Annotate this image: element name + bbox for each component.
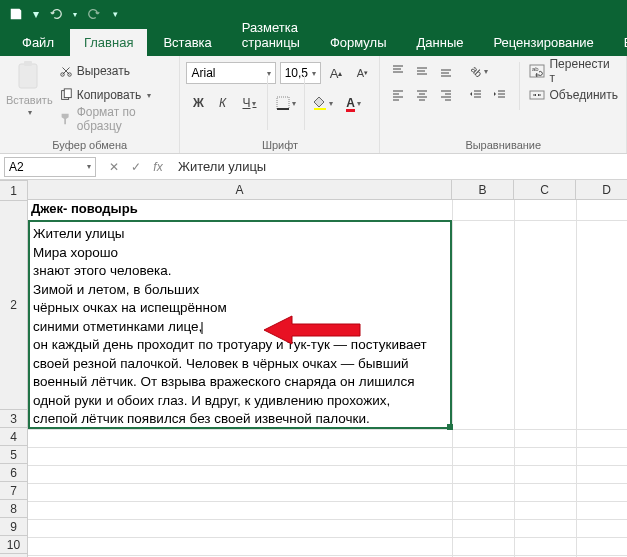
row-header-7[interactable]: 7 xyxy=(0,482,28,500)
save-icon[interactable] xyxy=(4,2,28,26)
cancel-formula-icon[interactable]: ✕ xyxy=(104,160,124,174)
ribbon-tabs: Файл Главная Вставка Разметка страницы Ф… xyxy=(0,28,627,56)
format-painter-button[interactable]: Формат по образцу xyxy=(57,108,174,130)
qat-customize-icon[interactable]: ▾ xyxy=(108,2,122,26)
row-header-4[interactable]: 4 xyxy=(0,428,28,446)
font-group-label: Шрифт xyxy=(186,137,373,151)
formula-bar-row: A2 ▾ ✕ ✓ fx Жители улицы xyxy=(0,154,627,180)
italic-button[interactable]: К xyxy=(210,92,234,114)
cut-label: Вырезать xyxy=(77,64,130,78)
decrease-font-button[interactable]: A▾ xyxy=(351,62,373,84)
tab-data[interactable]: Данные xyxy=(403,29,478,56)
decrease-indent-button[interactable] xyxy=(464,84,488,106)
svg-rect-5 xyxy=(64,89,71,98)
copy-label: Копировать xyxy=(77,88,142,102)
row-header-8[interactable]: 8 xyxy=(0,500,28,518)
spreadsheet: 1234567891011 ABCD Джек- поводырь Жители… xyxy=(0,180,627,557)
fx-icon[interactable]: fx xyxy=(148,160,168,174)
column-header-b[interactable]: B xyxy=(452,180,514,200)
svg-rect-38 xyxy=(530,91,544,99)
underline-button[interactable]: Ч▾ xyxy=(234,92,264,114)
grid-body[interactable]: Джек- поводырь Жители улицыМира хорошозн… xyxy=(28,200,627,557)
svg-rect-0 xyxy=(19,64,37,88)
increase-indent-button[interactable] xyxy=(488,84,512,106)
bold-button[interactable]: Ж xyxy=(186,92,210,114)
group-clipboard: Вставить ▾ Вырезать Копировать ▾ Формат … xyxy=(0,56,180,153)
chevron-down-icon: ▾ xyxy=(28,108,32,117)
alignment-group-label: Выравнивание xyxy=(386,137,620,151)
font-size-combo[interactable]: 10,5 ▾ xyxy=(280,62,321,84)
align-top-button[interactable] xyxy=(386,60,410,82)
tab-view[interactable]: В xyxy=(610,29,627,56)
align-bottom-button[interactable] xyxy=(434,60,458,82)
row-header-5[interactable]: 5 xyxy=(0,446,28,464)
column-header-d[interactable]: D xyxy=(576,180,627,200)
tab-review[interactable]: Рецензирование xyxy=(479,29,607,56)
tab-insert[interactable]: Вставка xyxy=(149,29,225,56)
chevron-down-icon: ▾ xyxy=(87,162,91,171)
paste-button[interactable]: Вставить ▾ xyxy=(6,60,53,117)
name-box-value: A2 xyxy=(9,160,24,174)
wrap-text-button[interactable]: ab Перенести т xyxy=(527,60,620,82)
svg-rect-6 xyxy=(277,97,289,109)
row-headers: 1234567891011 xyxy=(0,181,28,557)
clipboard-group-label: Буфер обмена xyxy=(6,137,173,151)
font-color-button[interactable]: А▾ xyxy=(338,92,368,114)
merge-button[interactable]: Объединить xyxy=(527,84,620,106)
cut-button[interactable]: Вырезать xyxy=(57,60,174,82)
wrap-text-label: Перенести т xyxy=(549,57,618,85)
column-header-a[interactable]: A xyxy=(28,180,452,200)
row-header-9[interactable]: 9 xyxy=(0,518,28,536)
increase-font-button[interactable]: A▴ xyxy=(325,62,347,84)
fill-color-button[interactable]: ▾ xyxy=(308,92,338,114)
row-header-10[interactable]: 10 xyxy=(0,536,28,554)
formula-bar[interactable]: Жители улицы xyxy=(172,159,627,174)
align-right-button[interactable] xyxy=(434,84,458,106)
align-middle-button[interactable] xyxy=(410,60,434,82)
column-header-c[interactable]: C xyxy=(514,180,576,200)
redo-icon[interactable] xyxy=(82,2,106,26)
row-header-3[interactable]: 3 xyxy=(0,410,28,428)
undo-dropdown-icon[interactable]: ▾ xyxy=(70,2,80,26)
tab-formulas[interactable]: Формулы xyxy=(316,29,401,56)
tab-page-layout[interactable]: Разметка страницы xyxy=(228,14,314,56)
orientation-button[interactable]: ab▾ xyxy=(464,60,494,82)
svg-rect-1 xyxy=(24,61,32,66)
name-box[interactable]: A2 ▾ xyxy=(4,157,96,177)
merge-label: Объединить xyxy=(549,88,618,102)
align-left-button[interactable] xyxy=(386,84,410,106)
tab-home[interactable]: Главная xyxy=(70,29,147,56)
borders-button[interactable]: ▾ xyxy=(271,92,301,114)
column-headers: ABCD xyxy=(28,180,627,200)
align-center-button[interactable] xyxy=(410,84,434,106)
undo-icon[interactable] xyxy=(44,2,68,26)
copy-button[interactable]: Копировать ▾ xyxy=(57,84,174,106)
font-name-combo[interactable]: Arial ▾ xyxy=(186,62,275,84)
tab-file[interactable]: Файл xyxy=(8,29,68,56)
chevron-down-icon: ▾ xyxy=(147,91,151,100)
qat-dropdown-icon[interactable]: ▾ xyxy=(30,2,42,26)
cell-a2-selected[interactable]: Жители улицыМира хорошознают этого челов… xyxy=(28,220,452,429)
row-header-2[interactable]: 2 xyxy=(0,201,28,410)
row-header-1[interactable]: 1 xyxy=(0,181,28,201)
svg-text:ab: ab xyxy=(532,66,539,72)
ribbon: Вставить ▾ Вырезать Копировать ▾ Формат … xyxy=(0,56,627,154)
fill-handle[interactable] xyxy=(447,424,453,430)
font-name-value: Arial xyxy=(191,66,215,80)
cell-a1[interactable]: Джек- поводырь xyxy=(28,200,452,220)
row-header-6[interactable]: 6 xyxy=(0,464,28,482)
enter-formula-icon[interactable]: ✓ xyxy=(126,160,146,174)
paste-label: Вставить xyxy=(6,94,53,106)
svg-rect-8 xyxy=(314,108,326,110)
chevron-down-icon: ▾ xyxy=(312,69,316,78)
format-painter-label: Формат по образцу xyxy=(77,105,172,133)
group-alignment: ab▾ ab Перенести т xyxy=(380,56,627,153)
group-font: Arial ▾ 10,5 ▾ A▴ A▾ Ж К Ч▾ ▾ xyxy=(180,56,380,153)
